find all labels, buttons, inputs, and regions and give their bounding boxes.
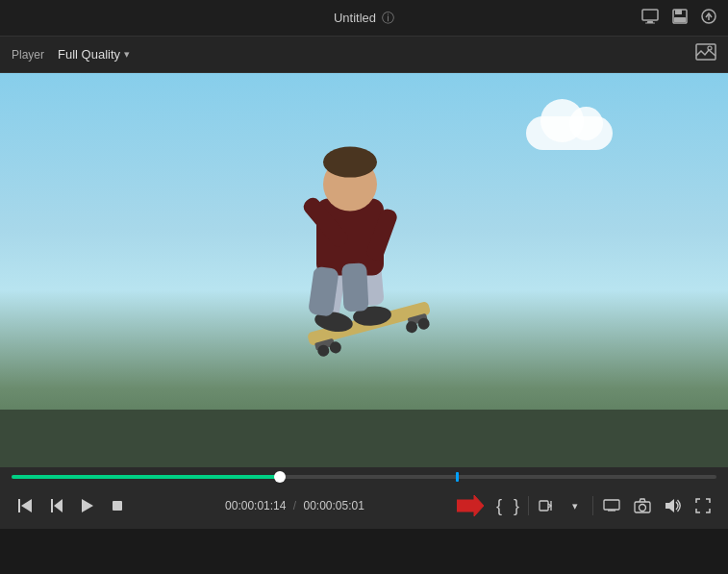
current-time: 00:00:01:14 [225,499,286,512]
progress-track[interactable] [12,475,716,479]
skater-figure [230,84,499,391]
svg-point-23 [323,147,377,178]
toolbar: Player Full Quality ▾ [0,37,728,73]
output-monitor-button[interactable] [597,493,626,518]
svg-marker-42 [665,499,674,512]
quality-dropdown[interactable]: Full Quality ▾ [52,43,136,65]
separator-1 [528,496,529,515]
svg-rect-37 [604,500,619,510]
svg-marker-28 [18,499,20,512]
svg-rect-33 [113,501,122,511]
svg-rect-5 [674,17,686,22]
save-icon[interactable] [672,9,688,28]
svg-marker-29 [21,499,32,512]
time-separator: / [293,499,296,512]
svg-rect-4 [675,10,682,14]
window-title: Untitled [334,11,376,25]
svg-marker-30 [51,499,53,512]
progress-marker [456,472,459,482]
separator-2 [592,496,593,515]
play-button[interactable] [73,493,100,518]
svg-marker-32 [82,499,93,512]
step-back-button[interactable] [42,493,69,518]
upload-icon[interactable] [701,9,716,28]
snapshot-button[interactable] [628,492,657,519]
player-label: Player [12,48,44,62]
right-controls: { } ▾ [451,491,716,520]
controls-bar: 00:00:01:14 / 00:00:05:01 { } [0,483,728,529]
stop-button[interactable] [104,494,131,517]
fullscreen-button[interactable] [690,492,716,519]
progress-area [0,467,728,483]
chevron-down-icon: ▾ [124,48,130,61]
svg-rect-2 [645,22,655,23]
clip-chevron-button[interactable]: ▾ [562,496,589,516]
total-time: 00:00:05:01 [304,499,364,512]
time-display: 00:00:01:14 / 00:00:05:01 [225,499,364,512]
video-content [230,84,499,395]
svg-rect-0 [642,10,658,20]
svg-marker-34 [457,495,484,516]
title-bar-right [641,9,716,28]
clip-button[interactable] [533,492,560,519]
skip-back-button[interactable] [12,493,38,518]
info-icon[interactable]: ⓘ [382,10,394,27]
cloud-decoration [526,116,613,150]
volume-button[interactable] [659,492,688,519]
quality-label: Full Quality [58,47,120,62]
svg-marker-31 [54,499,63,512]
image-view-icon[interactable] [695,43,716,65]
title-bar-center: Untitled ⓘ [334,10,394,27]
video-player [0,73,728,467]
svg-rect-27 [341,262,369,312]
monitor-icon[interactable] [641,9,659,28]
svg-point-9 [708,46,712,50]
arrow-right-icon[interactable] [451,491,490,520]
halfpipe-bg [0,410,728,467]
title-bar: Untitled ⓘ [0,0,728,37]
progress-thumb[interactable] [274,471,286,483]
mark-out-button[interactable]: } [509,492,524,520]
svg-point-41 [640,505,646,512]
progress-fill [12,475,280,479]
mark-in-button[interactable]: { [491,492,507,520]
svg-rect-35 [540,501,548,511]
